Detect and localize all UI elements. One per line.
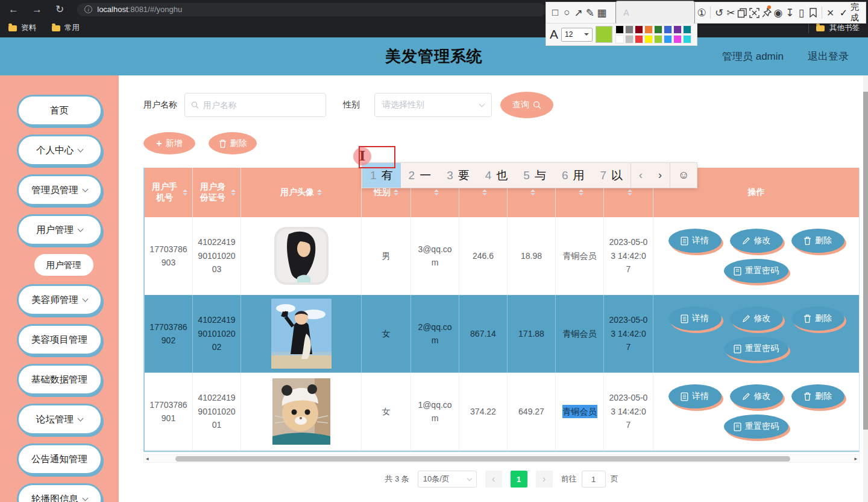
sidebar-item-forum-mgmt[interactable]: 论坛管理 xyxy=(17,404,102,435)
detail-button[interactable]: 详情 xyxy=(668,384,722,408)
col-idcard[interactable]: 用户身份证号 xyxy=(193,168,241,217)
detail-button[interactable]: 详情 xyxy=(668,229,722,253)
ime-next-icon[interactable]: › xyxy=(650,163,670,188)
gender-select[interactable]: 请选择性别 xyxy=(374,93,492,117)
candidate-char: 以 xyxy=(611,168,623,183)
font-size-select[interactable]: 12 xyxy=(561,28,593,42)
reload-icon[interactable]: ↻ xyxy=(55,3,64,16)
pen-tool-icon[interactable]: ✎ xyxy=(585,5,595,21)
prev-page-button[interactable]: ‹ xyxy=(485,471,502,488)
add-button[interactable]: +新增 xyxy=(143,132,195,154)
color-swatch[interactable] xyxy=(615,25,624,34)
color-swatch[interactable] xyxy=(615,35,624,43)
download-icon[interactable]: ↧ xyxy=(785,5,794,21)
logout-link[interactable]: 退出登录 xyxy=(808,49,849,63)
color-swatch[interactable] xyxy=(683,35,691,43)
crop-icon[interactable]: ✂ xyxy=(726,5,735,21)
ellipse-tool-icon[interactable]: ○ xyxy=(562,5,571,21)
ocr-scan-icon[interactable] xyxy=(749,5,760,21)
sidebar-item-notice-mgmt[interactable]: 公告通知管理 xyxy=(17,443,102,475)
color-swatch[interactable] xyxy=(664,25,672,34)
device-icon[interactable]: ▯ xyxy=(796,5,806,21)
ime-candidate[interactable]: 2一 xyxy=(401,163,439,188)
ime-candidate[interactable]: 7以 xyxy=(592,163,631,188)
color-swatch[interactable] xyxy=(635,35,643,43)
color-swatch[interactable] xyxy=(644,25,653,34)
col-avatar[interactable]: 用户头像 xyxy=(241,168,362,217)
other-bookmarks[interactable]: 其他书签 xyxy=(808,23,860,33)
edit-button[interactable]: 修改 xyxy=(730,307,783,331)
sidebar-item-user-mgmt[interactable]: 用户管理 xyxy=(17,214,102,246)
record-icon[interactable]: ◉ xyxy=(773,5,783,21)
edit-button[interactable]: 修改 xyxy=(730,384,783,408)
page-size-select[interactable]: 10条/页 xyxy=(418,471,477,488)
sidebar-item-admin-mgmt[interactable]: 管理员管理 xyxy=(17,174,102,206)
pin-badge xyxy=(767,5,771,9)
color-swatch[interactable] xyxy=(683,25,691,34)
color-swatch[interactable] xyxy=(625,25,634,34)
arrow-tool-icon[interactable]: ↗ xyxy=(574,5,583,21)
copy-icon[interactable] xyxy=(737,5,747,21)
ime-candidate[interactable]: 4也 xyxy=(477,163,516,188)
ime-candidate[interactable]: 5与 xyxy=(515,163,554,188)
sidebar-item-personal-center[interactable]: 个人中心 xyxy=(17,135,102,166)
candidate-index: 7 xyxy=(600,169,606,182)
edit-button[interactable]: 修改 xyxy=(730,229,783,253)
ime-candidate[interactable]: 3要 xyxy=(439,163,477,188)
color-swatch[interactable] xyxy=(673,25,682,34)
current-page[interactable]: 1 xyxy=(511,471,527,488)
mosaic-tool-icon[interactable]: ▦ xyxy=(597,5,606,21)
scroll-left-icon[interactable]: ◂ xyxy=(146,455,149,463)
detail-button[interactable]: 详情 xyxy=(668,307,722,331)
delete-row-button[interactable]: 删除 xyxy=(791,307,844,331)
current-color-swatch[interactable] xyxy=(596,26,612,43)
reset-password-button[interactable]: 重置密码 xyxy=(724,259,788,283)
pin-icon[interactable] xyxy=(761,5,771,21)
smiley-icon[interactable]: ☺ xyxy=(670,163,697,188)
reset-password-button[interactable]: 重置密码 xyxy=(724,415,788,439)
delete-row-button[interactable]: 删除 xyxy=(791,229,844,253)
sidebar: 首页 个人中心 管理员管理 用户管理 用户管理 美容师管理 美容项目管理 基础数… xyxy=(0,75,119,502)
color-swatch[interactable] xyxy=(644,35,653,43)
back-icon[interactable]: ← xyxy=(8,4,19,16)
sidebar-item-beauty-project-mgmt[interactable]: 美容项目管理 xyxy=(17,324,102,355)
sidebar-item-base-data-mgmt[interactable]: 基础数据管理 xyxy=(17,364,102,395)
sidebar-subitem-user-mgmt[interactable]: 用户管理 xyxy=(34,254,93,276)
col-phone[interactable]: 用户手机号 xyxy=(145,168,193,217)
reset-label: 重置密码 xyxy=(745,265,779,276)
color-swatch[interactable] xyxy=(664,35,672,43)
color-swatch[interactable] xyxy=(673,35,682,43)
color-swatch[interactable] xyxy=(625,35,634,43)
query-button[interactable]: 查询 xyxy=(500,92,553,118)
color-swatch[interactable] xyxy=(635,25,643,34)
sidebar-item-stylist-mgmt[interactable]: 美容师管理 xyxy=(17,284,102,316)
ime-candidate[interactable]: 6用 xyxy=(554,163,593,188)
bookmark-folder-2[interactable]: 常用 xyxy=(52,23,80,33)
sidebar-item-home[interactable]: 首页 xyxy=(17,95,102,126)
rect-tool-icon[interactable]: □ xyxy=(550,5,560,21)
name-input[interactable] xyxy=(203,100,319,110)
color-swatch[interactable] xyxy=(654,35,662,43)
horizontal-scrollbar-thumb[interactable] xyxy=(175,456,790,462)
font-size-value: 12 xyxy=(565,30,573,39)
reset-password-button[interactable]: 重置密码 xyxy=(724,337,788,361)
color-swatch[interactable] xyxy=(654,25,662,34)
address-bar[interactable]: i localhost:8081/#/yonghu xyxy=(77,3,546,16)
vertical-scrollbar-thumb[interactable] xyxy=(863,92,868,430)
next-page-button[interactable]: › xyxy=(536,471,553,488)
page-info-icon[interactable]: i xyxy=(84,5,92,13)
cancel-icon[interactable]: × xyxy=(825,5,835,21)
scroll-right-icon[interactable]: ▸ xyxy=(854,455,857,463)
goto-page-input[interactable] xyxy=(582,471,606,488)
text-tool-icon[interactable]: A xyxy=(615,1,695,25)
delete-row-button[interactable]: 删除 xyxy=(791,384,844,408)
delete-button[interactable]: 删除 xyxy=(209,132,257,154)
step-badge-tool-icon[interactable]: ① xyxy=(697,5,706,21)
done-button[interactable]: ✓完成 xyxy=(837,2,861,24)
forward-icon[interactable]: → xyxy=(32,4,42,16)
bookmark-tool-icon[interactable] xyxy=(808,5,818,21)
bookmark-folder-1[interactable]: 资料 xyxy=(8,23,36,33)
undo-icon[interactable]: ↺ xyxy=(714,5,724,21)
ime-prev-icon[interactable]: ‹ xyxy=(631,163,650,188)
sidebar-item-carousel-info[interactable]: 轮播图信息 xyxy=(17,483,102,502)
